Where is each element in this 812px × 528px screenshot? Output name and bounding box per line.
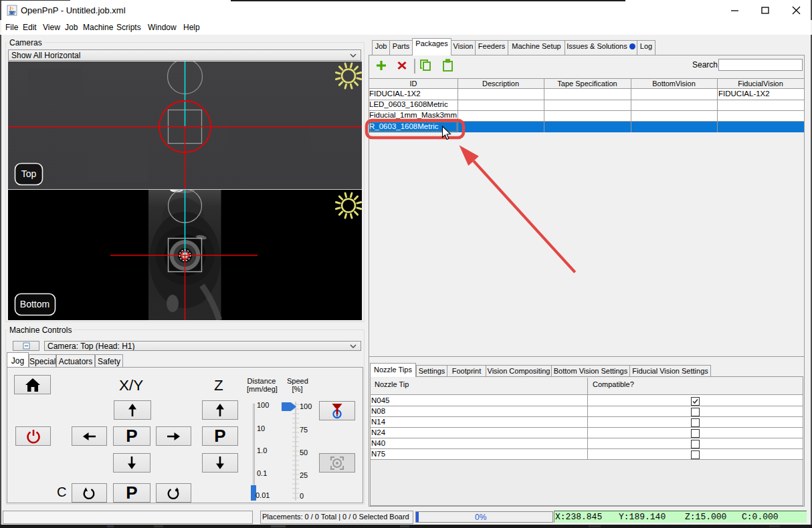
svg-text:Bottom: Bottom <box>20 299 49 309</box>
svg-text:Top: Top <box>21 168 37 179</box>
